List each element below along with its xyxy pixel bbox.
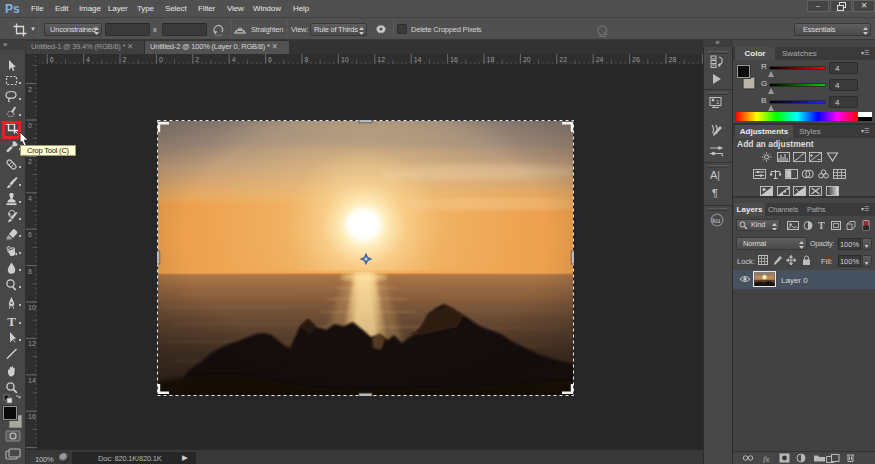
svg-text:2: 2 — [195, 56, 199, 63]
svg-text:ku: ku — [712, 216, 720, 225]
svg-text:10: 10 — [341, 56, 349, 63]
svg-text:0: 0 — [28, 122, 32, 129]
svg-text:2: 2 — [123, 56, 127, 63]
svg-text:10: 10 — [28, 304, 36, 311]
svg-text:4: 4 — [28, 195, 32, 202]
svg-text:0: 0 — [159, 56, 163, 63]
svg-text:12: 12 — [28, 340, 36, 347]
svg-text:fx: fx — [763, 454, 770, 464]
svg-text:18: 18 — [487, 56, 495, 63]
svg-text:16: 16 — [450, 56, 458, 63]
svg-text:T: T — [7, 314, 16, 327]
svg-text:6: 6 — [50, 56, 54, 63]
svg-text:22: 22 — [559, 56, 567, 63]
svg-text:16: 16 — [28, 413, 36, 420]
svg-text:6: 6 — [268, 56, 272, 63]
svg-text:4: 4 — [86, 56, 90, 63]
svg-text:26: 26 — [632, 56, 640, 63]
svg-text:24: 24 — [596, 56, 604, 63]
svg-text:6: 6 — [28, 231, 32, 238]
svg-text:28: 28 — [669, 56, 677, 63]
svg-text:2: 2 — [28, 86, 32, 93]
svg-text:14: 14 — [28, 377, 36, 384]
svg-text:14: 14 — [414, 56, 422, 63]
svg-text:20: 20 — [523, 56, 531, 63]
svg-text:4: 4 — [232, 56, 236, 63]
svg-text:8: 8 — [28, 268, 32, 275]
svg-text:12: 12 — [377, 56, 385, 63]
svg-text:1: 1 — [716, 99, 720, 105]
svg-text:8: 8 — [305, 56, 309, 63]
svg-text:T: T — [818, 220, 825, 231]
svg-text:2: 2 — [28, 158, 32, 165]
